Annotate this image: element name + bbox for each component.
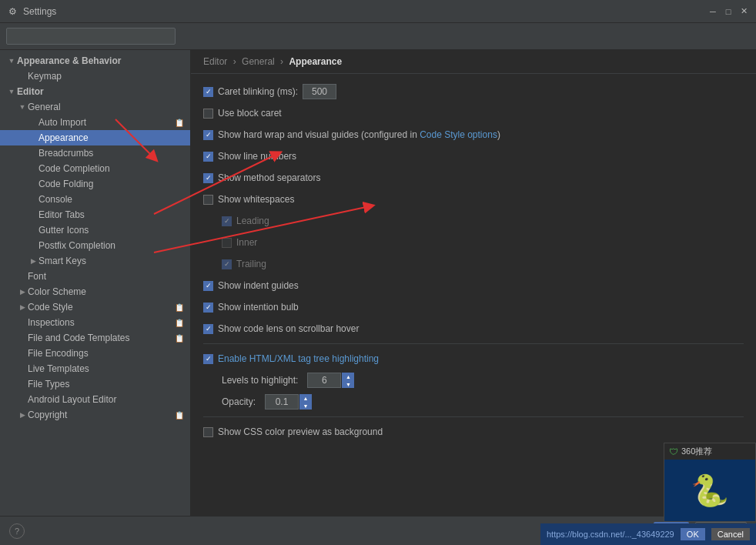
search-input[interactable] [6, 28, 176, 45]
checkbox-icon [203, 281, 213, 291]
sidebar-label: Editor [17, 86, 184, 97]
title-bar: ⚙ Settings ─ □ ✕ [0, 0, 756, 23]
sidebar-item-editor-tabs[interactable]: Editor Tabs [0, 207, 190, 222]
sidebar-item-code-folding[interactable]: Code Folding [0, 176, 190, 192]
sidebar-label: Editor Tabs [38, 209, 184, 220]
breadcrumb-sep2: › [280, 56, 286, 67]
checkbox-icon [222, 259, 232, 269]
sidebar-item-font[interactable]: Font [0, 269, 190, 284]
caret-blinking-input[interactable] [303, 84, 336, 99]
opacity-spin-down[interactable]: ▼ [299, 402, 312, 410]
show-code-lens-checkbox[interactable]: Show code lens on scrollbar hover [203, 323, 359, 334]
sidebar-item-postfix-completion[interactable]: Postfix Completion [0, 238, 190, 253]
sidebar-item-keymap[interactable]: Keymap [0, 69, 190, 84]
checkbox-icon [203, 354, 213, 364]
sidebar-label: Copyright [28, 410, 175, 420]
sidebar-item-auto-import[interactable]: Auto Import 📋 [0, 115, 190, 130]
option-show-method-separators: Show method separators [203, 169, 744, 186]
sidebar-item-code-completion[interactable]: Code Completion [0, 161, 190, 176]
enable-html-tag-checkbox[interactable]: Enable HTML/XML tag tree highlighting [203, 353, 379, 364]
sidebar-item-copyright[interactable]: Copyright 📋 [0, 407, 190, 423]
show-indent-guides-label: Show indent guides [218, 280, 299, 291]
levels-spinbox-group: ▲ ▼ [307, 373, 354, 388]
sidebar-label: Appearance & Behavior [17, 55, 184, 66]
url-bar: https://blog.csdn.net/..._43649229 OK Ca… [540, 523, 756, 545]
sidebar-item-file-types[interactable]: File Types [0, 376, 190, 392]
sidebar-item-gutter-icons[interactable]: Gutter Icons [0, 222, 190, 238]
sidebar-label: Code Folding [38, 179, 184, 189]
sidebar-item-file-encodings[interactable]: File Encodings [0, 346, 190, 361]
levels-spin-down[interactable]: ▼ [342, 380, 354, 388]
trailing-checkbox[interactable]: Trailing [222, 259, 266, 269]
sidebar-label: Font [28, 271, 184, 282]
sidebar-item-file-code-templates[interactable]: File and Code Templates 📋 [0, 330, 190, 346]
sidebar-item-appearance-behavior[interactable]: Appearance & Behavior [0, 53, 190, 69]
opacity-input[interactable] [265, 394, 299, 410]
checkbox-icon [203, 303, 213, 313]
levels-spin-up[interactable]: ▲ [342, 373, 354, 380]
sidebar-label: Console [38, 194, 184, 205]
minimize-btn[interactable]: ─ [707, 5, 719, 18]
sidebar: Appearance & Behavior Keymap Editor Gene… [0, 50, 191, 516]
help-button[interactable]: ? [9, 523, 25, 539]
checkbox-icon [203, 195, 213, 205]
show-whitespaces-label: Show whitespaces [218, 194, 294, 205]
url-cancel-btn[interactable]: Cancel [711, 528, 750, 540]
option-leading: Leading [203, 212, 744, 229]
opacity-spin-up[interactable]: ▲ [299, 394, 312, 402]
option-show-line-numbers: Show line numbers [203, 148, 744, 165]
show-indent-guides-checkbox[interactable]: Show indent guides [203, 280, 299, 291]
maximize-btn[interactable]: □ [722, 5, 734, 18]
checkbox-icon [203, 427, 213, 437]
caret-blinking-checkbox[interactable]: Caret blinking (ms): [203, 86, 298, 97]
window-title: Settings [23, 6, 707, 17]
opacity-spinbox-buttons: ▲ ▼ [299, 394, 312, 410]
use-block-caret-checkbox[interactable]: Use block caret [203, 108, 282, 119]
arrow-icon [17, 288, 28, 296]
show-hard-wrap-checkbox[interactable]: Show hard wrap and visual guides (config… [203, 129, 500, 140]
sidebar-item-android-layout-editor[interactable]: Android Layout Editor [0, 392, 190, 407]
checkbox-icon [222, 238, 232, 248]
sidebar-item-inspections[interactable]: Inspections 📋 [0, 315, 190, 330]
show-intention-bulb-checkbox[interactable]: Show intention bulb [203, 302, 299, 313]
sidebar-item-appearance[interactable]: Appearance [0, 130, 190, 145]
sidebar-label: Appearance [38, 132, 184, 143]
inner-checkbox[interactable]: Inner [222, 237, 257, 248]
sidebar-item-smart-keys[interactable]: Smart Keys [0, 253, 190, 269]
popup-360-header: 🛡 360推荐 [664, 443, 755, 460]
popup-360-title: 360推荐 [681, 446, 712, 457]
popup-360-icon: 🛡 [669, 446, 678, 457]
sidebar-label: Gutter Icons [38, 225, 184, 236]
sidebar-label: Color Scheme [28, 286, 184, 297]
sidebar-item-live-templates[interactable]: Live Templates [0, 361, 190, 376]
sidebar-item-editor[interactable]: Editor [0, 84, 190, 99]
sidebar-label: Keymap [28, 71, 184, 82]
sidebar-item-console[interactable]: Console [0, 192, 190, 207]
sidebar-item-general[interactable]: General [0, 99, 190, 115]
show-method-separators-checkbox[interactable]: Show method separators [203, 172, 320, 183]
sidebar-item-breadcrumbs[interactable]: Breadcrumbs [0, 145, 190, 161]
arrow-icon [28, 257, 38, 265]
show-whitespaces-checkbox[interactable]: Show whitespaces [203, 194, 294, 205]
enable-html-tag-label: Enable HTML/XML tag tree highlighting [218, 353, 379, 364]
opacity-spinbox-group: ▲ ▼ [265, 394, 312, 410]
sidebar-item-code-style[interactable]: Code Style 📋 [0, 299, 190, 315]
leading-checkbox[interactable]: Leading [222, 216, 269, 226]
levels-input[interactable] [307, 373, 341, 388]
sidebar-label: Inspections [28, 317, 175, 328]
option-trailing: Trailing [203, 256, 744, 272]
sidebar-label: General [28, 102, 184, 112]
popup-360: 🛡 360推荐 🐍 [664, 443, 756, 522]
sidebar-label: Postfix Completion [38, 240, 184, 251]
url-ok-btn[interactable]: OK [681, 528, 705, 540]
option-enable-html-tag: Enable HTML/XML tag tree highlighting [203, 350, 744, 367]
sidebar-item-color-scheme[interactable]: Color Scheme [0, 284, 190, 299]
arrow-icon [6, 57, 17, 65]
page-icon: 📋 [175, 119, 184, 127]
show-line-numbers-checkbox[interactable]: Show line numbers [203, 151, 296, 162]
option-use-block-caret: Use block caret [203, 105, 744, 122]
sidebar-label: Breadcrumbs [38, 148, 184, 159]
show-line-numbers-label: Show line numbers [218, 151, 296, 162]
show-css-color-checkbox[interactable]: Show CSS color preview as background [203, 426, 383, 437]
close-btn[interactable]: ✕ [738, 5, 750, 18]
